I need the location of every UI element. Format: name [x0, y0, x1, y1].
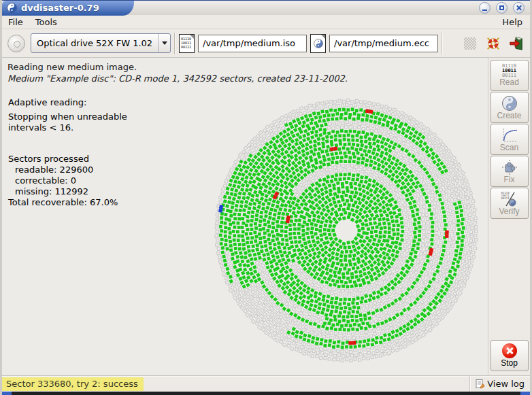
status-line-1: Reading new medium image. — [7, 61, 482, 73]
menubar: File Tools Help — [2, 15, 530, 29]
reading-info-panel: Adaptive reading: Stopping when unreadab… — [8, 97, 127, 208]
verify-button-label: Verify — [499, 207, 519, 216]
quit-icon — [509, 36, 524, 51]
window-controls — [479, 2, 530, 14]
minimize-button[interactable] — [479, 2, 491, 14]
read-button[interactable]: 01110 10011 00111 Read — [491, 60, 529, 91]
create-button[interactable]: Create — [491, 92, 529, 123]
quit-button[interactable] — [508, 35, 525, 52]
titlebar: dvdisaster-0.79 — [2, 0, 530, 15]
status-line-2: Medium "Example disc": CD-R mode 1, 3425… — [7, 73, 482, 84]
read-button-label: Read — [499, 78, 519, 87]
menu-file[interactable]: File — [2, 16, 29, 28]
help-button[interactable] — [484, 35, 502, 52]
maximize-button[interactable] — [496, 2, 508, 14]
verify-button[interactable]: 01110 10011 00111 Verify — [491, 188, 529, 219]
create-button-label: Create — [497, 111, 521, 120]
scan-button-label: Scan — [500, 143, 518, 152]
toolbar: Optical drive 52X FW 1.02 01110 10011 00… — [2, 29, 530, 58]
total-recoverable: Total recoverable: 67.0% — [8, 197, 127, 208]
sectors-processed-title: Sectors processed — [8, 154, 127, 165]
maximize-icon — [499, 5, 504, 10]
window-title: dvdisaster-0.79 — [21, 3, 99, 13]
status-heading: Reading new medium image. Medium "Exampl… — [2, 58, 488, 84]
statusbar: Sector 333680, try 2: success View log — [2, 375, 530, 392]
drive-selector-value: Optical drive 52X FW 1.02 — [31, 38, 158, 48]
view-log-label: View log — [487, 379, 525, 389]
yin-yang-icon — [501, 95, 518, 111]
stop-x-icon — [502, 343, 517, 358]
iso-file-input[interactable] — [198, 35, 307, 52]
chevron-down-icon — [158, 34, 170, 52]
title-tab: dvdisaster-0.79 — [2, 1, 123, 16]
sidebar: 01110 10011 00111 Read Create — [488, 58, 530, 375]
fix-button[interactable]: Fix — [491, 156, 529, 187]
minimize-icon — [482, 10, 487, 11]
app-window: dvdisaster-0.79 File Tools Help Optical … — [0, 0, 532, 395]
drive-selector[interactable]: Optical drive 52X FW 1.02 — [31, 33, 171, 53]
sectors-correctable: correctable: 0 — [8, 175, 127, 186]
ecc-file-icon — [310, 34, 326, 53]
preferences-button[interactable] — [461, 35, 479, 52]
reading-mode-label: Adaptive reading: — [8, 97, 127, 108]
preferences-icon — [464, 37, 476, 50]
iso-file-icon: 01110 10011 00111 — [179, 34, 195, 53]
binary-read-icon: 01110 10011 00111 — [502, 64, 516, 78]
verify-binary-icon: 01110 10011 00111 — [501, 191, 518, 207]
main-panel: Reading new medium image. Medium "Exampl… — [2, 58, 488, 375]
close-icon — [516, 5, 522, 11]
toolbar-separator — [174, 33, 176, 54]
stop-button-label: Stop — [501, 359, 518, 368]
lifebuoy-help-icon — [486, 36, 501, 51]
cd-drive-icon — [7, 35, 25, 52]
view-log-button[interactable]: View log — [469, 376, 530, 392]
scan-button[interactable]: Scan — [491, 124, 529, 155]
log-document-icon — [476, 379, 485, 389]
stopping-rule-line-1: Stopping when unreadable — [8, 111, 127, 122]
sector-spiral-canvas — [200, 88, 493, 373]
status-message: Sector 333680, try 2: success — [2, 377, 144, 391]
puzzle-icon — [501, 159, 518, 175]
close-button[interactable] — [513, 2, 525, 14]
fix-button-label: Fix — [504, 175, 515, 184]
stop-button[interactable]: Stop — [491, 340, 529, 371]
menu-tools[interactable]: Tools — [29, 16, 63, 28]
menu-help[interactable]: Help — [495, 16, 530, 28]
scan-curve-icon — [501, 127, 518, 143]
toolbar-separator — [442, 33, 443, 54]
ecc-file-input[interactable] — [329, 35, 438, 52]
sectors-readable: readable: 229600 — [8, 165, 127, 175]
sectors-missing: missing: 112992 — [8, 186, 127, 197]
stopping-rule-line-2: intervals < 16. — [8, 122, 127, 133]
app-yin-yang-icon — [7, 3, 17, 13]
window-bottom-frame — [2, 392, 530, 395]
